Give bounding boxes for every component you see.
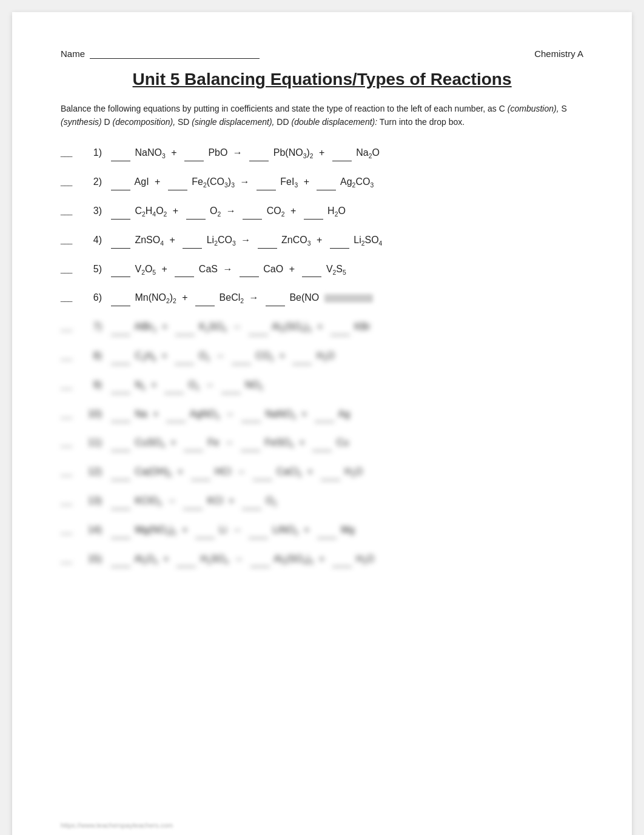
eq-content-1: NaNO3 + PbO → Pb(NO3)2 + Na2O	[109, 146, 583, 161]
eq-number-1: 1)	[61, 147, 109, 158]
b7-2	[175, 326, 195, 335]
eq-number-2: 2)	[61, 176, 109, 187]
b7-4	[330, 326, 350, 335]
b12-1	[111, 471, 130, 480]
plus-4-2: +	[317, 235, 322, 245]
eq-content-2: AgI + Fe2(CO3)3 → FeI3 + Ag2CO3	[109, 175, 583, 190]
b7-3	[249, 326, 268, 335]
blurred-num-8: 8)	[61, 350, 109, 361]
blank-5-1	[111, 267, 130, 277]
page-title: Unit 5 Balancing Equations/Types of Reac…	[61, 70, 583, 89]
b9-1	[111, 384, 130, 394]
equation-4: 4) ZnSO4 + Li2CO3 → ZnCO3 + Li2SO4	[61, 233, 583, 249]
equation-6: 6) Mn(NO2)2 + BeCl2 → Be(NO	[61, 290, 583, 306]
blurred-equations: 7) AlBr3 + K2SO4 → Al2(SO4)3 + KBr 8)	[61, 320, 583, 567]
b11-2	[184, 441, 203, 451]
plus-5-2: +	[289, 264, 295, 274]
blurred-eq-10: 10) Na + AgNO3 → NaNO3 + Ag	[61, 407, 583, 423]
footer-watermark: https://www.teacherspayteachers.com	[61, 822, 173, 829]
arrow-3: →	[226, 206, 236, 216]
blurred-num-13: 13)	[61, 495, 109, 506]
plus-2-2: +	[304, 176, 309, 187]
b15-2	[176, 557, 196, 567]
plus-5-1: +	[162, 264, 167, 274]
b9-2	[164, 384, 184, 394]
page: Name Chemistry A Unit 5 Balancing Equati…	[12, 12, 632, 835]
b14-1	[111, 529, 130, 538]
b13-1	[111, 500, 130, 509]
b8-1	[111, 355, 130, 364]
title-bold: Balancing Equations/Types of Reactions	[184, 70, 511, 89]
b10-2	[166, 412, 186, 422]
b15-3	[250, 557, 270, 567]
blurred-num-12: 12)	[61, 466, 109, 477]
blurred-num-15: 15)	[61, 554, 109, 565]
b7-1	[111, 326, 130, 335]
blurred-content-15: Al2O3 + H2SO4 → Al2(SO4)3 + H2O	[109, 552, 583, 568]
equation-3: 3) C2H4O2 + O2 → CO2 + H2O	[61, 204, 583, 220]
b10-3	[241, 412, 261, 422]
blurred-eq-12: 12) Ca(OH)2 + HCl → CaCl2 + H2O	[61, 464, 583, 480]
eq-number-6: 6)	[61, 292, 109, 303]
blank-6-1	[111, 297, 130, 306]
blank-4-1	[111, 239, 130, 249]
header: Name Chemistry A	[61, 49, 583, 59]
blank-6-2	[195, 297, 215, 306]
blank-5-4	[302, 267, 321, 277]
b11-4	[312, 441, 332, 451]
plus-2-1: +	[155, 176, 160, 187]
blank-1-3	[249, 152, 269, 161]
b8-3	[232, 355, 251, 364]
b11-1	[111, 441, 130, 451]
blurred-content-14: Mg(NO3)2 + Li → LiNO3 + Mg	[109, 523, 583, 538]
plus-1-1: +	[171, 147, 176, 158]
blank-2-4	[317, 181, 336, 190]
eq-content-4: ZnSO4 + Li2CO3 → ZnCO3 + Li2SO4	[109, 233, 583, 249]
blank-3-4	[304, 210, 323, 220]
blurred-content-13: KClO3 → KCl + O2	[109, 494, 583, 509]
b11-3	[241, 441, 260, 451]
eq-number-5: 5)	[61, 264, 109, 275]
blurred-eq-9: 9) N2 + O2 → NO2	[61, 378, 583, 394]
course-label: Chemistry A	[534, 49, 583, 59]
arrow-6: →	[249, 292, 259, 303]
b12-4	[321, 471, 340, 480]
blank-1-1	[111, 152, 130, 161]
eq-content-5: V2O5 + CaS → CaO + V2S5	[109, 262, 583, 278]
equation-5: 5) V2O5 + CaS → CaO + V2S5	[61, 262, 583, 278]
blank-2-3	[257, 181, 276, 190]
blank-5-3	[240, 267, 259, 277]
blurred-content-9: N2 + O2 → NO2	[109, 378, 583, 394]
blurred-eq-11: 11) CuSO4 + Fe → FeSO4 + Cu	[61, 435, 583, 451]
blank-3-2	[186, 210, 206, 220]
blurred-num-7: 7)	[61, 321, 109, 332]
blank-2-1	[111, 181, 130, 190]
eq-6-blurred	[324, 294, 373, 303]
b15-1	[111, 557, 130, 567]
blurred-num-14: 14)	[61, 525, 109, 535]
b8-4	[292, 355, 312, 364]
blank-2-2	[168, 181, 187, 190]
blurred-content-7: AlBr3 + K2SO4 → Al2(SO4)3 + KBr	[109, 320, 583, 335]
name-underline	[90, 58, 260, 59]
b14-4	[317, 529, 337, 538]
b10-4	[315, 412, 334, 422]
blurred-content-8: C3H8 + O2 → CO2 + H2O	[109, 349, 583, 364]
b15-4	[332, 557, 352, 567]
title-prefix: Unit 5	[133, 70, 185, 89]
blurred-num-11: 11)	[61, 437, 109, 448]
blank-4-3	[258, 239, 277, 249]
blank-3-3	[243, 210, 262, 220]
blurred-eq-8: 8) C3H8 + O2 → CO2 + H2O	[61, 349, 583, 364]
blank-5-2	[175, 267, 194, 277]
arrow-1: →	[233, 147, 243, 158]
blank-1-2	[184, 152, 204, 161]
blurred-content-11: CuSO4 + Fe → FeSO4 + Cu	[109, 435, 583, 451]
blank-6-3	[266, 297, 285, 306]
instructions: Balance the following equations by putti…	[61, 102, 583, 129]
blank-4-4	[330, 239, 349, 249]
eq-number-4: 4)	[61, 235, 109, 246]
eq-content-6: Mn(NO2)2 + BeCl2 → Be(NO	[109, 290, 583, 306]
arrow-5: →	[223, 264, 232, 274]
name-label: Name	[61, 49, 85, 59]
